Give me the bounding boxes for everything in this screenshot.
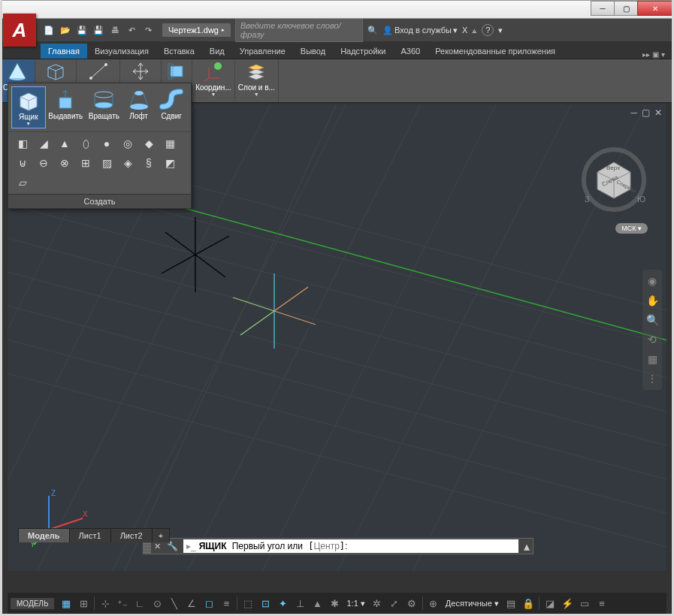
open-icon[interactable]: 📂 [58,23,73,38]
customize-icon[interactable]: ≡ [594,595,610,611]
tab-addins[interactable]: Надстройки [333,44,393,59]
wcs-badge[interactable]: МСК ▾ [615,223,648,234]
nurbs-icon[interactable]: ◈ [121,156,134,170]
section-icon[interactable]: ◩ [163,156,177,170]
annotation-visibility-icon[interactable]: ✲ [369,595,385,611]
cmd-option[interactable]: Центр [313,541,339,551]
tab-layout2[interactable]: Лист2 [110,528,153,542]
showmotion-icon[interactable]: ▦ [645,352,659,366]
panel-coordinates[interactable]: Координ... ▼ [192,59,235,102]
modelspace-toggle[interactable]: МОДЕЛЬ [11,598,54,609]
search-input[interactable]: Введите ключевое слово/фразу [235,18,363,42]
osnap-3d-icon[interactable]: ✦ [274,595,291,611]
signin-button[interactable]: 👤 Вход в службы▾ [382,26,458,35]
a360-icon[interactable]: ⟁ [472,26,477,35]
infer-constraints-icon[interactable]: ⊹ [97,595,113,611]
panel-layers[interactable]: Слои и в... ▼ [235,59,279,102]
new-icon[interactable]: 📄 [41,23,56,38]
cylinder-icon[interactable]: ⬯ [79,137,92,150]
dynamic-ucs-icon[interactable]: ⊥ [292,595,308,611]
undo-icon[interactable]: ↶ [124,23,139,38]
isolate-objects-icon[interactable]: ◪ [542,595,558,611]
autoscale-icon[interactable]: ⤢ [386,595,403,611]
vp-close-icon[interactable]: ✕ [654,107,662,118]
cmdline-history-icon[interactable]: ▴ [521,539,533,554]
pyramid-icon[interactable]: ◆ [142,137,156,150]
selection-cycling-icon[interactable]: ⊡ [257,595,274,611]
plot-icon[interactable]: 🖶 [107,23,122,38]
gizmo-icon[interactable]: ✱ [326,595,343,611]
union-icon[interactable]: ⊎ [16,156,29,170]
sphere-icon[interactable]: ● [100,137,113,150]
search-icon[interactable]: 🔍 [367,26,378,35]
redo-icon[interactable]: ↷ [141,23,156,38]
quick-properties-icon[interactable]: ▤ [503,595,519,611]
selection-filter-icon[interactable]: ▲ [309,595,325,611]
box-tool[interactable]: Ящик ▼ [11,86,46,128]
tab-insert[interactable]: Вставка [156,44,202,59]
annotation-monitor-icon[interactable]: ⊕ [425,595,442,611]
helix-icon[interactable]: § [142,156,156,170]
grid-toggle-icon[interactable]: ▦ [58,595,74,611]
snap-toggle-icon[interactable]: ⊞ [75,595,92,611]
sweep-tool[interactable]: Сдвиг [155,86,188,128]
dynamic-input-icon[interactable]: ⁺₋ [114,595,131,611]
nav-more-icon[interactable]: ⋮ [645,372,659,385]
lock-ui-icon[interactable]: 🔒 [520,595,536,611]
cone-small-icon[interactable]: ▲ [58,137,71,150]
hardware-accel-icon[interactable]: ⚡ [559,595,576,611]
polar-icon[interactable]: ⊙ [149,595,165,611]
app-menu-button[interactable]: A [3,14,36,47]
tab-output[interactable]: Вывод [293,44,333,59]
ortho-icon[interactable]: ∟ [131,595,148,611]
close-button[interactable]: ✕ [637,1,673,16]
cmdline-close-icon[interactable]: ✕ [151,542,164,551]
lineweight-icon[interactable]: ≡ [218,595,234,611]
vp-minimize-icon[interactable]: ─ [630,107,637,118]
units-display[interactable]: Десятичные ▾ [443,599,502,608]
mesh-icon[interactable]: ⊞ [79,156,92,170]
torus-icon[interactable]: ◎ [121,137,134,150]
tab-featured-apps[interactable]: Рекомендованные приложения [428,44,563,59]
osnap-tracking-icon[interactable]: ∠ [183,595,200,611]
tab-layout1[interactable]: Лист1 [69,528,111,542]
zoom-icon[interactable]: 🔍 [645,313,659,327]
help-dropdown-icon[interactable]: ▾ [498,26,503,35]
intersect-icon[interactable]: ⊗ [58,156,71,170]
help-icon[interactable]: ? [482,24,494,36]
revolve-tool[interactable]: Вращать [86,86,122,128]
orbit-icon[interactable]: ⟲ [645,333,659,346]
cmdline-options-icon[interactable]: 🔧 [164,541,181,551]
steering-wheel-icon[interactable]: ◉ [645,274,659,288]
annotation-scale[interactable]: 1:1 ▾ [343,599,367,608]
tab-manage[interactable]: Управление [232,44,293,59]
isodraft-icon[interactable]: ╲ [166,595,183,611]
tab-a360[interactable]: A360 [393,44,428,59]
clean-screen-icon[interactable]: ▭ [576,595,593,611]
surface-icon[interactable]: ▨ [100,156,113,170]
pan-icon[interactable]: ✋ [645,294,659,307]
transparency-icon[interactable]: ⬚ [240,595,256,611]
ribbon-expand-button[interactable]: ▸▸ ▣ ▾ [636,50,671,59]
tab-view[interactable]: Вид [202,44,232,59]
vp-maximize-icon[interactable]: ▢ [642,107,650,118]
tab-model-space[interactable]: Модель [18,528,70,542]
tab-home[interactable]: Главная [41,44,87,59]
viewcube[interactable]: Слева Спереди Верх З Ю МСК ▾ [580,134,648,225]
document-tab[interactable]: Чертеж1.dwg ▸ [162,23,231,37]
polysolid-icon[interactable]: ◧ [16,137,29,150]
wedge-icon[interactable]: ◢ [37,137,50,150]
presspull-icon[interactable]: ▦ [163,137,177,150]
loft-tool[interactable]: Лофт [122,86,156,128]
command-input[interactable]: ▸_ ЯЩИК Первый угол или [Центр]: [183,539,518,553]
subtract-icon[interactable]: ⊖ [37,156,50,170]
maximize-button[interactable]: ▢ [614,1,638,16]
workspace-icon[interactable]: ⚙ [403,595,420,611]
save-icon[interactable]: 💾 [74,23,89,38]
saveas-icon[interactable]: 💾 [91,23,106,38]
add-layout-button[interactable]: + [152,528,170,542]
extrude-tool[interactable]: Выдавить [46,86,86,128]
minimize-button[interactable]: ─ [591,1,615,16]
exchange-icon[interactable]: X [462,26,467,35]
tab-visualize[interactable]: Визуализация [87,44,156,59]
